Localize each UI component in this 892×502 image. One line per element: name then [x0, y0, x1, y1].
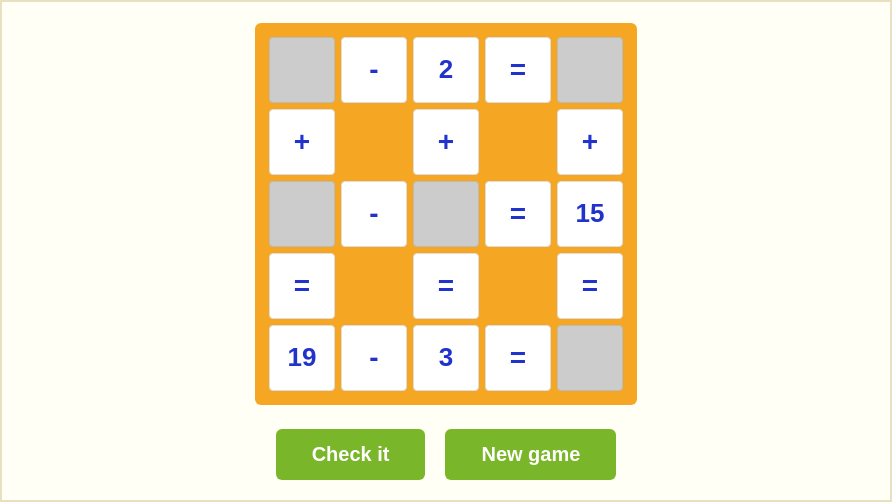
cell-r1-c0: +	[269, 109, 335, 175]
cell-r3-c2: =	[413, 253, 479, 319]
cell-r2-c2	[413, 181, 479, 247]
cell-r4-c2: 3	[413, 325, 479, 391]
cell-r1-c1	[341, 109, 407, 175]
cell-r3-c4: =	[557, 253, 623, 319]
cell-r2-c4: 15	[557, 181, 623, 247]
cell-r1-c3	[485, 109, 551, 175]
cell-r0-c4	[557, 37, 623, 103]
cell-r0-c2: 2	[413, 37, 479, 103]
action-buttons: Check it New game	[276, 429, 617, 480]
check-button[interactable]: Check it	[276, 429, 426, 480]
cell-r3-c1	[341, 253, 407, 319]
cell-r3-c0: =	[269, 253, 335, 319]
puzzle-grid: -2=+++-=15===19-3=	[255, 23, 637, 405]
cell-r1-c4: +	[557, 109, 623, 175]
cell-r0-c0	[269, 37, 335, 103]
cell-r2-c3: =	[485, 181, 551, 247]
cell-r1-c2: +	[413, 109, 479, 175]
cell-r4-c1: -	[341, 325, 407, 391]
cell-r4-c0: 19	[269, 325, 335, 391]
cell-r0-c3: =	[485, 37, 551, 103]
cell-r3-c3	[485, 253, 551, 319]
cell-r2-c1: -	[341, 181, 407, 247]
cell-r2-c0	[269, 181, 335, 247]
cell-r0-c1: -	[341, 37, 407, 103]
new-game-button[interactable]: New game	[445, 429, 616, 480]
cell-r4-c3: =	[485, 325, 551, 391]
cell-r4-c4	[557, 325, 623, 391]
